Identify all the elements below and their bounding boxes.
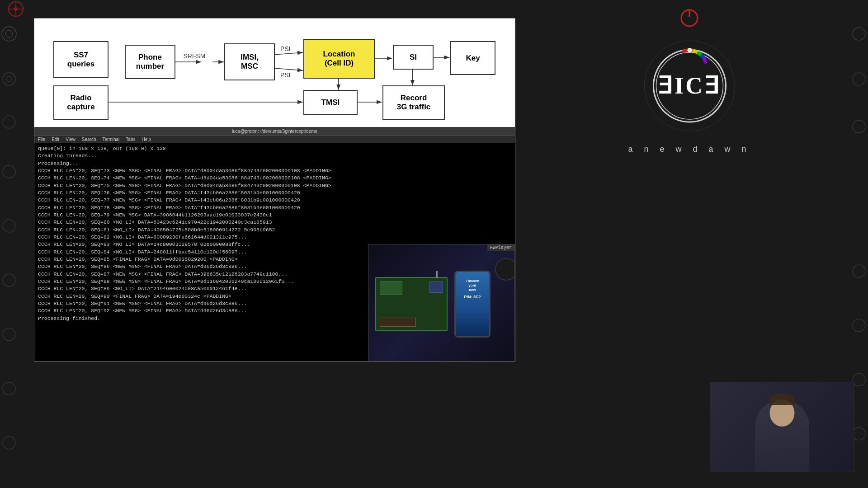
terminal-line: CCCH RLC LEN=20, SEQ=80 <NO_LI> DATA=604… — [38, 219, 511, 226]
box-location: Location (Cell ID) — [303, 39, 375, 79]
menu-search[interactable]: Search — [82, 137, 96, 142]
eice-logo-text: ƎICƎ — [658, 74, 721, 98]
terminal-line: Processing... — [38, 160, 511, 167]
svg-point-9 — [3, 165, 15, 178]
hardware-board-bg: Thissen your new PIN: 3C2 — [368, 244, 514, 361]
box-record: Record 3G traffic — [382, 85, 445, 120]
terminal-menubar: File Edit View Search Terminal Tabs Help — [34, 136, 515, 143]
svg-text:PSI: PSI — [280, 45, 291, 52]
svg-point-3 — [14, 7, 18, 11]
svg-point-34 — [687, 48, 692, 52]
svg-text:PSI: PSI — [280, 71, 291, 79]
terminal-line: queue[0]: in 168 x 128, out (168-0) x 12… — [38, 145, 511, 152]
hwplayer-label: HWPlayer — [487, 244, 514, 251]
menu-edit[interactable]: Edit — [52, 137, 59, 142]
terminal-line: CCCH RLC LEN=20, SEQ=75 <NEW MSG> <FINAL… — [38, 182, 511, 189]
terminal-line: CCCH RLC LEN=20, SEQ=74 <NEW MSG> <FINAL… — [38, 174, 511, 182]
terminal-line: CCCH RLC LEN=20, SEQ=82 <NO_LI> DATA=800… — [38, 234, 511, 241]
box-tmsi: TMSI — [303, 90, 358, 115]
svg-point-8 — [3, 116, 15, 128]
phone-text-1: Thissen — [464, 279, 481, 283]
right-panel: ƎICƎ a n e w d a w n — [511, 0, 868, 488]
speaker-video-bg — [710, 382, 854, 472]
svg-point-11 — [3, 274, 15, 286]
menu-tabs[interactable]: Tabs — [126, 137, 135, 142]
circuit-board — [375, 277, 448, 331]
left-decor-svg — [0, 0, 36, 488]
eice-brand-text: ƎICƎ — [658, 74, 721, 98]
terminal-line: CCCH RLC LEN=20, SEQ=81 <NO_LI> DATA=408… — [38, 226, 511, 234]
svg-point-6 — [3, 73, 15, 85]
logo-ring-container: ƎICƎ — [640, 36, 739, 136]
phone-device: Thissen your new PIN: 3C2 — [454, 271, 491, 338]
phone-text-3: new — [464, 288, 481, 292]
box-phone: Phone number — [125, 45, 175, 79]
eice-subtitle: a n e w d a w n — [628, 145, 750, 154]
terminal-line: CCCH RLC LEN=20, SEQ=73 <NEW MSG> <FINAL… — [38, 167, 511, 174]
terminal-line: CCCH RLC LEN=20, SEQ=76 <NEW MSG> <FINAL… — [38, 189, 511, 197]
svg-point-10 — [3, 220, 15, 232]
box-key: Key — [450, 41, 495, 75]
terminal-container: luca@proton:~/dev/umts/3gintercept/demo … — [34, 127, 515, 361]
menu-file[interactable]: File — [38, 137, 45, 142]
phone-text-2: your — [464, 283, 481, 288]
power-icon — [678, 7, 701, 29]
menu-help[interactable]: Help — [142, 137, 151, 142]
diagram-area: SS7 queries Phone number Radio capture I… — [34, 19, 515, 127]
terminal-titlebar: luca@proton:~/dev/umts/3gintercept/demo — [34, 127, 515, 136]
svg-text:SRI-SM: SRI-SM — [183, 52, 205, 60]
box-imsi: IMSI, MSC — [224, 43, 275, 80]
svg-point-14 — [3, 436, 15, 449]
svg-point-5 — [5, 30, 13, 38]
terminal-line: CCCH RLC LEN=20, SEQ=77 <NEW MSG> <FINAL… — [38, 197, 511, 204]
terminal-line: CCCH RLC LEN=20, SEQ=78 <NEW MSG> <FINAL… — [38, 204, 511, 211]
terminal-line: CCCH RLC LEN=20, SEQ=79 <NEW MSG> DATA=3… — [38, 211, 511, 219]
svg-point-7 — [6, 76, 12, 82]
slide-container: SS7 queries Phone number Radio capture I… — [34, 18, 515, 361]
svg-line-21 — [274, 68, 303, 70]
menu-view[interactable]: View — [66, 137, 75, 142]
hardware-overlay: HWPlayer Thissen — [368, 244, 515, 361]
top-power-area — [678, 7, 701, 29]
svg-point-12 — [3, 328, 15, 341]
phone-text-4: PIN: 3C2 — [464, 295, 481, 300]
svg-point-4 — [2, 27, 16, 41]
terminal-line: Creating threads... — [38, 152, 511, 160]
box-ss7: SS7 queries — [53, 41, 108, 78]
svg-line-19 — [274, 52, 303, 55]
menu-terminal[interactable]: Terminal — [103, 137, 120, 142]
eice-logo-area: ƎICƎ a n e w d a w n — [628, 36, 750, 154]
speaker-video-container — [710, 382, 854, 472]
svg-point-13 — [3, 382, 15, 395]
box-radio: Radio capture — [53, 85, 108, 120]
box-si: SI — [393, 45, 434, 70]
